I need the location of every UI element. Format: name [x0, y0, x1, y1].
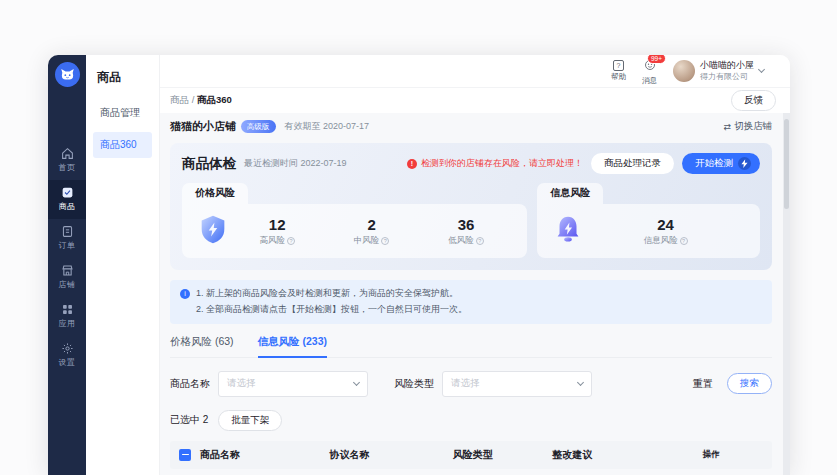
app-window: 首页 商品 订单 店铺 — [48, 55, 790, 475]
col-header-agreement: 协议名称 — [329, 448, 452, 462]
risk-table: ✓ 商品名称 协议名称 风险类型 整改建议 操作 ✓ 小米Air 12.5 笔记… — [170, 441, 772, 475]
process-record-button[interactable]: 商品处理记录 — [591, 153, 674, 174]
selected-count: 已选中 2 — [170, 413, 208, 427]
submenu-item-product-management[interactable]: 商品管理 — [93, 100, 152, 126]
scrollbar-thumb[interactable] — [784, 119, 789, 209]
table-header: ✓ 商品名称 协议名称 风险类型 整改建议 操作 — [170, 441, 772, 469]
health-card-title: 商品体检 — [182, 155, 236, 173]
feedback-button[interactable]: 反馈 — [731, 90, 776, 111]
sidebar-item-orders[interactable]: 订单 — [48, 219, 86, 258]
sidebar-item-label: 设置 — [59, 357, 76, 368]
app-logo-icon[interactable] — [55, 62, 80, 87]
info-risk-stat: 24 信息风险? — [644, 216, 688, 247]
risk-tabs: 价格风险 (63) 信息风险 (233) — [170, 335, 772, 358]
batch-offshelf-button[interactable]: 批量下架 — [218, 410, 282, 431]
sidebar-item-products[interactable]: 商品 — [48, 180, 86, 219]
col-header-product: 商品名称 — [200, 448, 329, 462]
info-tooltip-icon[interactable]: ? — [680, 237, 688, 245]
info-risk-panel: 信息风险 — [537, 183, 760, 258]
help-button[interactable]: ? 帮助 — [611, 60, 626, 82]
sidebar-item-label: 应用 — [59, 318, 76, 329]
product-name-select[interactable]: 请选择 — [218, 371, 368, 397]
swap-icon: ⇄ — [723, 122, 731, 132]
table-row: ✓ 小米Air 12.5 笔记本电脑 彩云市一张网-培训省云采贸易有限公司 1个… — [170, 469, 772, 475]
info-tooltip-icon[interactable]: ? — [476, 237, 484, 245]
col-header-risk-type: 风险类型 — [453, 448, 552, 462]
shop-expiry: 有效期至 2020-07-17 — [285, 120, 370, 133]
shop-row: 猫猫的小店铺 高级版 有效期至 2020-07-17 ⇄ 切换店铺 — [170, 113, 772, 140]
notice-line-1: 1. 新上架的商品风险会及时检测和更新，为商品的安全保驾护航。 — [196, 286, 467, 302]
help-icon: ? — [613, 60, 624, 71]
risk-type-select[interactable]: 请选择 — [442, 371, 592, 397]
price-risk-panel: 价格风险 — [182, 183, 527, 258]
notice-line-2: 2. 全部商品检测请点击【开始检测】按钮，一个自然日可使用一次。 — [196, 302, 467, 318]
scrollbar[interactable] — [783, 113, 790, 475]
info-risk-panel-tab[interactable]: 信息风险 — [537, 183, 603, 204]
home-icon — [61, 147, 74, 160]
breadcrumb-separator: / — [189, 94, 197, 105]
bell-icon — [551, 212, 585, 250]
tab-price-risk[interactable]: 价格风险 (63) — [170, 335, 234, 357]
tab-info-risk[interactable]: 信息风险 (233) — [258, 335, 327, 358]
sidebar-item-shop[interactable]: 店铺 — [48, 258, 86, 297]
sidebar-item-label: 订单 — [59, 240, 76, 251]
help-label: 帮助 — [611, 72, 626, 82]
health-check-card: 商品体检 最近检测时间 2022-07-19 ! 检测到你的店铺存在风险，请立即… — [170, 143, 772, 270]
submenu-item-product360[interactable]: 商品360 — [93, 132, 152, 158]
messages-button[interactable]: 99+ 消息 — [642, 57, 657, 86]
last-check-time: 最近检测时间 2022-07-19 — [244, 157, 399, 170]
select-all-checkbox[interactable]: ✓ — [179, 449, 191, 461]
breadcrumb-row: 商品 / 商品360 反馈 — [160, 88, 790, 113]
price-risk-panel-tab[interactable]: 价格风险 — [182, 183, 248, 204]
breadcrumb-current: 商品360 — [197, 94, 232, 105]
topbar: ? 帮助 99+ 消息 小喵喵的小屋 得力有限公司 — [160, 55, 790, 88]
content: 猫猫的小店铺 高级版 有效期至 2020-07-17 ⇄ 切换店铺 商品体检 最… — [160, 113, 790, 475]
low-risk-stat: 36 低风险? — [448, 216, 484, 247]
user-name: 小喵喵的小屋 — [700, 60, 754, 72]
product-name-label: 商品名称 — [170, 377, 210, 391]
products-icon — [61, 186, 74, 199]
selection-row: 已选中 2 批量下架 — [170, 410, 772, 431]
orders-icon — [61, 225, 74, 238]
sidebar-nav: 首页 商品 订单 店铺 — [48, 141, 86, 375]
filter-row: 商品名称 请选择 风险类型 请选择 重置 搜索 — [170, 371, 772, 397]
risk-panels: 价格风险 — [182, 183, 760, 258]
info-tooltip-icon[interactable]: ? — [287, 237, 295, 245]
reset-button[interactable]: 重置 — [687, 374, 719, 394]
search-button[interactable]: 搜索 — [727, 373, 772, 394]
shield-icon — [196, 212, 230, 250]
col-header-suggestion: 整改建议 — [552, 448, 703, 462]
gear-icon — [61, 342, 74, 355]
message-count-badge: 99+ — [647, 55, 666, 64]
shop-icon — [61, 264, 74, 277]
main-area: ? 帮助 99+ 消息 小喵喵的小屋 得力有限公司 商品 / — [160, 55, 790, 475]
sidebar-item-label: 商品 — [59, 201, 76, 212]
risk-warning: ! 检测到你的店铺存在风险，请立即处理！ — [407, 157, 583, 170]
primary-sidebar: 首页 商品 订单 店铺 — [48, 55, 86, 475]
risk-type-label: 风险类型 — [394, 377, 434, 391]
sidebar-item-label: 首页 — [59, 162, 76, 173]
secondary-sidebar: 商品 商品管理 商品360 — [86, 55, 160, 475]
avatar — [673, 60, 695, 82]
chevron-down-icon — [353, 379, 360, 386]
submenu-title: 商品 — [97, 69, 152, 86]
high-risk-stat: 12 高风险? — [259, 216, 295, 247]
medium-risk-stat: 2 中风险? — [354, 216, 390, 247]
sidebar-item-apps[interactable]: 应用 — [48, 297, 86, 336]
breadcrumb: 商品 / 商品360 — [170, 94, 232, 107]
start-check-button[interactable]: 开始检测 — [682, 153, 760, 174]
sidebar-item-label: 店铺 — [59, 279, 76, 290]
warning-icon: ! — [407, 159, 417, 169]
lightning-icon — [738, 157, 751, 170]
notice-banner: i 1. 新上架的商品风险会及时检测和更新，为商品的安全保驾护航。 2. 全部商… — [170, 280, 772, 324]
sidebar-item-home[interactable]: 首页 — [48, 141, 86, 180]
company-name: 得力有限公司 — [700, 72, 754, 82]
info-tooltip-icon[interactable]: ? — [381, 237, 389, 245]
sidebar-item-settings[interactable]: 设置 — [48, 336, 86, 375]
messages-label: 消息 — [642, 76, 657, 86]
user-menu[interactable]: 小喵喵的小屋 得力有限公司 — [673, 60, 764, 82]
breadcrumb-parent[interactable]: 商品 — [170, 94, 189, 105]
info-icon: i — [180, 289, 190, 299]
switch-shop-button[interactable]: ⇄ 切换店铺 — [723, 120, 772, 133]
shop-plan-badge: 高级版 — [241, 120, 276, 133]
